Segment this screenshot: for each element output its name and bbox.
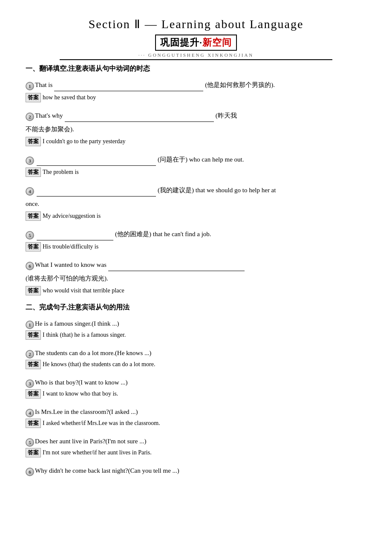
answer-text-s1-1: how he saved that boy [43,94,96,101]
section1-header: 一、翻译填空,注意表语从句中动词的时态 [26,64,366,73]
question-block-s1-1: 1 That is (他是如何救那个男孩的). 答案 how he saved … [26,79,366,106]
answer-box-s1-4: 答案 My advice/suggestion is [26,211,101,221]
question-block-s1-2: 2 That's why (昨天我 不能去参加聚会). 答案 I couldn'… [26,110,366,150]
q-prefix-s1-6: What I wanted to know was [35,259,107,271]
title-divider [60,59,332,60]
answer-label-s1-4: 答案 [26,211,41,221]
answer-text-s2-2: He knows (that) the students can do a lo… [43,361,155,368]
q-suffix-s1-2b: 不能去参加聚会). [26,126,74,133]
blank-s1-2 [65,110,214,122]
answer-text-s2-4: I asked whether/if Mrs.Lee was in the cl… [43,420,160,427]
q-text-s2-2: The students can do a lot more.(He knows… [35,347,151,359]
circle-num-s1-3: 3 [26,156,34,165]
answer-label-s2-1: 答案 [26,330,41,340]
question-line-s1-4: 4 (我的建议是) that we should go to help her … [26,185,366,197]
blank-s1-3 [37,154,156,166]
circle-num-s1-4: 4 [26,187,34,196]
circle-num-s2-2: 2 [26,350,34,358]
circle-num-s2-1: 1 [26,321,34,329]
q-suffix-s1-4a: (我的建议是) that we should go to help her at [158,185,276,196]
q-prefix-s1-2: That's why [35,110,63,121]
question-line-s2-4: 4 Is Mrs.Lee in the classroom?(I asked .… [26,406,366,418]
question-line-s1-2: 2 That's why (昨天我 [26,110,366,122]
answer-text-s2-3: I want to know who that boy is. [43,390,118,397]
circle-num-s1-2: 2 [26,113,34,121]
question-block-s1-6: 6 What I wanted to know was (谁将去那个可怕的地方观… [26,259,366,299]
circle-num-s2-3: 3 [26,379,34,388]
question-line-s1-3: 3 (问题在于) who can help me out. [26,154,366,166]
section2-header: 二、完成句子,注意宾语从句的用法 [26,303,366,312]
answer-label-s2-5: 答案 [26,448,41,457]
answer-label-s2-3: 答案 [26,389,41,399]
question-line-s2-1: 1 He is a famous singer.(I think ...) [26,318,366,330]
subtitle-text-1: 巩固提升· [160,37,202,48]
blank-s1-1 [54,79,203,91]
circle-num-s2-5: 5 [26,438,34,447]
question-line-s1-6: 6 What I wanted to know was [26,259,366,271]
circle-num-s2-6: 6 [26,468,34,476]
q-continuation-s1-2: 不能去参加聚会). [26,124,366,135]
circle-num-s2-4: 4 [26,409,34,417]
question-block-s2-3: 3 Who is that boy?(I want to know ...) 答… [26,377,366,402]
blank-s1-6 [108,259,245,271]
question-block-s2-6: 6 Why didn't he come back last night?(Ca… [26,465,366,477]
q-text-s2-6: Why didn't he come back last night?(Can … [35,465,179,477]
question-block-s2-2: 2 The students can do a lot more.(He kno… [26,347,366,373]
answer-text-s1-5: His trouble/difficulty is [43,243,98,250]
subtitle-box: 巩固提升·新空间 [26,35,366,51]
q-suffix-s1-5: (他的困难是) that he can't find a job. [115,228,211,240]
q-suffix-s1-1: (他是如何救那个男孩的). [205,79,275,91]
subtitle-main: 巩固提升·新空间 [155,35,237,51]
q-text-s2-1: He is a famous singer.(I think ...) [35,318,119,330]
question-line-s2-6: 6 Why didn't he come back last night?(Ca… [26,465,366,477]
question-line-s1-1: 1 That is (他是如何救那个男孩的). [26,79,366,91]
q-continuation-s1-6: (谁将去那个可怕的地方观光). [26,273,366,284]
answer-text-s1-3: The problem is [43,169,79,176]
question-line-s2-5: 5 Does her aunt live in Paris?(I'm not s… [26,436,366,447]
answer-text-s1-6: who would visit that terrible place [43,287,124,294]
question-block-s2-4: 4 Is Mrs.Lee in the classroom?(I asked .… [26,406,366,431]
answer-text-s2-1: I think (that) he is a famous singer. [43,332,126,338]
q-text-s2-4: Is Mrs.Lee in the classroom?(I asked ...… [35,406,138,418]
question-block-s1-3: 3 (问题在于) who can help me out. 答案 The pro… [26,154,366,180]
answer-box-s1-2: 答案 I couldn't go to the party yesterday [26,137,126,146]
circle-num-s1-1: 1 [26,82,34,90]
question-line-s2-3: 3 Who is that boy?(I want to know ...) [26,377,366,388]
blank-s1-5 [37,228,113,240]
circle-num-s1-6: 6 [26,262,34,270]
answer-label-s1-1: 答案 [26,93,41,102]
answer-box-s2-5: 答案 I'm not sure whether/if her aunt live… [26,448,152,457]
answer-text-s1-2: I couldn't go to the party yesterday [43,138,126,145]
question-block-s2-5: 5 Does her aunt live in Paris?(I'm not s… [26,436,366,461]
q-suffix-s1-4b: once. [26,200,39,207]
answer-label-s1-2: 答案 [26,137,41,146]
answer-box-s1-5: 答案 His trouble/difficulty is [26,242,98,251]
question-line-s2-2: 2 The students can do a lot more.(He kno… [26,347,366,359]
question-block-s1-4: 4 (我的建议是) that we should go to help her … [26,185,366,224]
page-title: Section Ⅱ — Learning about Language [26,17,366,31]
q-suffix-s1-2a: (昨天我 [216,110,237,121]
answer-label-s1-6: 答案 [26,286,41,295]
question-block-s1-5: 5 (他的困难是) that he can't find a job. 答案 H… [26,228,366,255]
q-text-s2-3: Who is that boy?(I want to know ...) [35,377,127,388]
answer-label-s1-3: 答案 [26,168,41,177]
answer-box-s1-6: 答案 who would visit that terrible place [26,286,124,295]
answer-label-s2-4: 答案 [26,419,41,428]
circle-num-s1-5: 5 [26,231,34,240]
question-block-s2-1: 1 He is a famous singer.(I think ...) 答案… [26,318,366,343]
q-suffix-s1-6: (谁将去那个可怕的地方观光). [26,275,108,282]
answer-text-s1-4: My advice/suggestion is [43,213,101,220]
answer-box-s2-2: 答案 He knows (that) the students can do a… [26,360,155,369]
answer-box-s2-4: 答案 I asked whether/if Mrs.Lee was in the… [26,419,160,428]
answer-box-s2-1: 答案 I think (that) he is a famous singer. [26,330,126,340]
blank-s1-4 [37,185,156,197]
q-prefix-s1-1: That is [35,79,52,91]
answer-label-s2-2: 答案 [26,360,41,369]
answer-box-s2-3: 答案 I want to know who that boy is. [26,389,118,399]
answer-box-s1-3: 答案 The problem is [26,168,79,177]
subtitle-sub: ··· GONGGUTISHENG XINKONGJIAN [26,52,366,58]
q-continuation-s1-4: once. [26,198,366,210]
answer-label-s1-5: 答案 [26,242,41,251]
q-suffix-s1-3: (问题在于) who can help me out. [158,154,244,165]
answer-box-s1-1: 答案 how he saved that boy [26,93,96,102]
